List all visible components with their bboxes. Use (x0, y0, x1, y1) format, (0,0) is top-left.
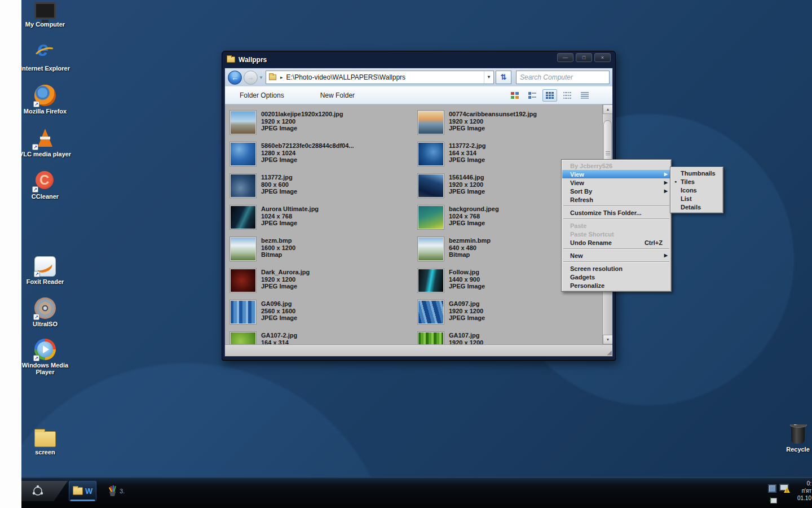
file-grid: 00201lakejipe1920x1200.jpg 1920 x 1200 J… (226, 110, 602, 344)
resize-grip[interactable]: ◢ (607, 349, 612, 356)
view-tiles-button[interactable] (525, 89, 540, 102)
menu-separator (563, 261, 669, 262)
taskbar-item-label: W (85, 487, 92, 496)
clock-line: п'ят (788, 487, 811, 494)
submenu-arrow-icon: ▶ (664, 189, 668, 194)
chevron-down-icon[interactable]: ▼ (259, 75, 263, 80)
file-name: bezmmin.bmp (449, 237, 491, 244)
file-dimensions: 1920 x 1200 (449, 308, 485, 315)
taskbar-item-wallpprs[interactable]: W (69, 481, 96, 501)
scroll-down-icon[interactable]: ▼ (603, 335, 612, 344)
desktop-icon-foxit-reader[interactable]: ↗ Foxit Reader (19, 256, 72, 285)
back-button[interactable]: ← (228, 71, 242, 85)
desktop-icon-screen[interactable]: screen (19, 427, 72, 456)
close-button[interactable]: × (594, 53, 611, 62)
file-thumbnail (417, 331, 444, 344)
recycle-bin-label: Recycle (784, 446, 812, 453)
window-titlebar[interactable]: Wallpprs — □ × (222, 51, 615, 68)
desktop-icon-label: VLC media player (19, 151, 72, 157)
menu-item-thumbnails[interactable]: Thumbnails (671, 169, 722, 177)
menu-item-personalize[interactable]: Personalize (562, 281, 670, 290)
menu-item-view[interactable]: View▶ (562, 170, 670, 178)
menu-item-view[interactable]: View▶ (562, 178, 670, 187)
desktop-icon-windows-media-player[interactable]: ↗ Windows Media Player (19, 339, 72, 375)
search-box[interactable] (516, 71, 610, 84)
file-name: Aurora Ultimate.jpg (261, 205, 319, 213)
folder-options-button[interactable]: Folder Options (240, 91, 284, 99)
file-tile[interactable]: GA107-2.jpg 164 x 314 JPEG Image (226, 331, 414, 344)
address-path[interactable]: E:\Photo-video\WALLPAPERS\Wallpprs (286, 73, 405, 81)
navigation-bar: ← → ▼ ▸ E:\Photo-video\WALLPAPERS\Wallpp… (225, 68, 612, 86)
scroll-up-icon[interactable]: ▲ (603, 104, 612, 114)
minimize-button[interactable]: — (557, 53, 573, 62)
file-type: JPEG Image (261, 220, 319, 227)
menu-item-customize-this-folder-[interactable]: Customize This Folder... (562, 208, 670, 217)
file-thumbnail (417, 142, 444, 167)
forward-button[interactable]: → (244, 71, 258, 85)
file-type: JPEG Image (261, 125, 343, 132)
file-tile[interactable]: Aurora Ultimate.jpg 1024 x 768 JPEG Imag… (226, 204, 414, 236)
desktop-icon-ccleaner[interactable]: ↗ CCleaner (19, 170, 72, 200)
desktop-icon-label: screen (19, 449, 72, 456)
file-tile[interactable]: GA107.jpg 1920 x 1200 JPEG Image (414, 331, 602, 344)
submenu-arrow-icon: ▶ (664, 172, 668, 177)
file-tile[interactable]: 00774caribbeansunset192.jpg 1920 x 1200 … (414, 110, 602, 141)
desktop-icon-my-computer[interactable]: My Computer (19, 2, 72, 28)
menu-item-tiles[interactable]: Tiles● (671, 177, 722, 186)
file-type: JPEG Image (261, 188, 297, 195)
folder-icon (269, 75, 276, 80)
file-name: GA097.jpg (449, 300, 485, 308)
view-list-button[interactable] (560, 89, 575, 102)
desktop-icon-mozilla-firefox[interactable]: ↗ Mozilla Firefox (19, 85, 72, 115)
taskbar-item-app[interactable]: 3. (104, 481, 128, 501)
menu-item-screen-resolution[interactable]: Screen resolution (562, 264, 670, 273)
view-details-button[interactable] (577, 89, 592, 102)
file-tile[interactable]: GA096.jpg 2560 x 1600 JPEG Image (226, 299, 414, 331)
file-tile[interactable]: Dark_Aurora.jpg 1920 x 1200 JPEG Image (226, 268, 414, 299)
maximize-button[interactable]: □ (576, 53, 592, 62)
view-icons-button[interactable] (542, 89, 557, 102)
file-tile[interactable]: GA097.jpg 1920 x 1200 JPEG Image (414, 299, 602, 331)
menu-item-new[interactable]: New▶ (562, 251, 670, 260)
file-tile[interactable]: 5860eb72123fe0c28844c8df04... 1280 x 102… (226, 141, 414, 173)
menu-item-icons[interactable]: Icons (671, 186, 722, 194)
search-input[interactable] (517, 71, 609, 84)
shortcut-arrow-icon: ↗ (32, 144, 38, 150)
tray-app-icon[interactable] (768, 484, 776, 493)
file-thumbnail (230, 300, 257, 325)
clock[interactable]: 0:п'ят01.10 (788, 480, 811, 502)
refresh-button[interactable]: ⇅ (496, 71, 511, 84)
start-button[interactable] (21, 481, 68, 501)
menu-item-sort-by[interactable]: Sort By▶ (562, 187, 670, 195)
system-tray: ! ↓ 0:п'ят01.10 (768, 479, 812, 507)
address-dropdown-icon[interactable]: ▼ (484, 71, 493, 84)
desktop-icon-recycle-bin[interactable]: Recycle (784, 424, 812, 453)
desktop-icon-label: CCleaner (19, 193, 72, 200)
shortcut-arrow-icon: ↗ (34, 271, 40, 277)
file-name: 113772-2.jpg (449, 142, 486, 150)
menu-item-gadgets[interactable]: Gadgets (562, 273, 670, 281)
file-tile[interactable]: 113772.jpg 800 x 600 JPEG Image (226, 173, 414, 204)
file-tile[interactable]: bezm.bmp 1600 x 1200 Bitmap (226, 236, 414, 268)
menu-item-details[interactable]: Details (671, 203, 722, 211)
download-arrow-icon[interactable]: ↓ (769, 494, 773, 503)
menu-item-list[interactable]: List (671, 194, 722, 203)
view-thumbnails-button[interactable] (508, 89, 522, 102)
view-submenu: ThumbnailsTiles●IconsListDetails (670, 167, 723, 213)
desktop-icon-ultraiso[interactable]: ↗ UltraISO (19, 297, 72, 327)
command-toolbar: Folder Options New Folder (225, 86, 612, 104)
file-thumbnail (230, 205, 257, 230)
menu-item-undo-rename[interactable]: Undo RenameCtrl+Z (562, 238, 670, 247)
file-thumbnail (417, 173, 444, 198)
file-dimensions: 1920 x 1200 (261, 276, 310, 283)
new-folder-button[interactable]: New Folder (320, 91, 355, 99)
menu-item-refresh[interactable]: Refresh (562, 195, 670, 204)
file-tile[interactable]: 00201lakejipe1920x1200.jpg 1920 x 1200 J… (226, 110, 414, 141)
desktop-icon-vlc-media-player[interactable]: ↗ VLC media player (19, 128, 72, 157)
menu-separator (563, 218, 669, 220)
address-bar[interactable]: ▸ E:\Photo-video\WALLPAPERS\Wallpprs ▼ (266, 71, 494, 84)
file-dimensions: 1920 x 1200 (449, 118, 537, 125)
desktop-icon-internet-explorer[interactable]: Internet Explorer (19, 42, 72, 72)
file-dimensions: 164 x 314 (261, 339, 297, 345)
desktop-background[interactable]: My Computer Internet Explorer ↗ Mozilla … (0, 0, 812, 508)
